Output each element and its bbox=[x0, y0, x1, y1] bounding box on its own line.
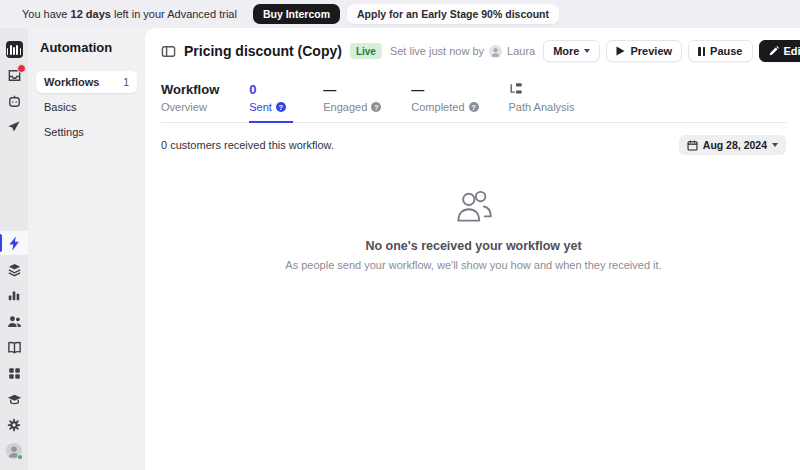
knowledge-book-icon[interactable] bbox=[0, 335, 28, 359]
sent-count: 0 bbox=[249, 82, 293, 98]
page-title: Pricing discount (Copy) bbox=[184, 43, 342, 59]
engaged-count: — bbox=[323, 82, 381, 98]
outbound-paper-plane-icon[interactable] bbox=[0, 115, 28, 139]
tab-engaged[interactable]: — Engaged ? bbox=[323, 82, 381, 123]
settings-gear-icon[interactable] bbox=[0, 413, 28, 437]
chevron-down-icon bbox=[584, 49, 590, 53]
academy-graduation-cap-icon[interactable] bbox=[0, 387, 28, 411]
path-analysis-icon bbox=[509, 82, 523, 96]
tab-path-analysis[interactable]: Path Analysis bbox=[509, 82, 575, 123]
play-icon bbox=[616, 46, 625, 56]
completed-help-icon[interactable]: ? bbox=[469, 102, 479, 112]
edit-button[interactable]: Edit bbox=[759, 40, 800, 62]
completed-count: — bbox=[411, 82, 478, 98]
calendar-icon bbox=[687, 140, 698, 151]
online-status-dot bbox=[17, 454, 23, 460]
author-avatar bbox=[489, 45, 502, 58]
user-avatar[interactable] bbox=[0, 439, 28, 463]
automation-sidebar: Automation Workflows 1 Basics Settings bbox=[28, 28, 145, 470]
pause-icon bbox=[698, 47, 705, 56]
workflows-lightning-icon[interactable] bbox=[0, 231, 28, 255]
date-picker-button[interactable]: Aug 28, 2024 bbox=[679, 135, 786, 155]
sidebar-item-basics[interactable]: Basics bbox=[36, 96, 137, 118]
icon-rail bbox=[0, 28, 28, 470]
inbox-icon[interactable] bbox=[0, 63, 28, 87]
engaged-help-icon[interactable]: ? bbox=[371, 102, 381, 112]
avatar-image bbox=[6, 443, 22, 459]
pause-button[interactable]: Pause bbox=[688, 40, 752, 62]
early-stage-discount-button[interactable]: Apply for an Early Stage 90% discount bbox=[347, 4, 559, 24]
workflows-count: 1 bbox=[123, 76, 129, 88]
preview-button[interactable]: Preview bbox=[606, 40, 682, 62]
sidebar-item-workflows[interactable]: Workflows 1 bbox=[36, 71, 137, 93]
inbox-notification-badge bbox=[17, 64, 26, 73]
fin-ai-agent-icon[interactable] bbox=[0, 89, 28, 113]
app-shell: Automation Workflows 1 Basics Settings P… bbox=[0, 28, 800, 470]
chevron-down-icon bbox=[772, 143, 778, 147]
collapse-sidebar-icon[interactable] bbox=[161, 42, 176, 60]
sidebar-item-label: Workflows bbox=[44, 76, 99, 88]
proactive-layers-icon[interactable] bbox=[0, 257, 28, 281]
tab-completed[interactable]: — Completed ? bbox=[411, 82, 478, 123]
people-outline-icon bbox=[453, 189, 495, 223]
empty-state-title: No one's received your workflow yet bbox=[161, 239, 786, 253]
pencil-icon bbox=[769, 46, 779, 56]
header-actions: More Preview Pause Edit bbox=[543, 40, 800, 62]
reports-bar-chart-icon[interactable] bbox=[0, 283, 28, 307]
author-name: Laura bbox=[507, 45, 535, 57]
intercom-logo bbox=[6, 41, 23, 58]
trial-banner: You have 12 days left in your Advanced t… bbox=[0, 0, 800, 28]
trial-banner-text: You have 12 days left in your Advanced t… bbox=[22, 8, 237, 20]
more-button[interactable]: More bbox=[543, 40, 600, 62]
customers-received-summary: 0 customers received this workflow. bbox=[161, 139, 334, 151]
tab-sent[interactable]: 0 Sent ? bbox=[249, 82, 293, 123]
apps-grid-icon[interactable] bbox=[0, 361, 28, 385]
empty-state: No one's received your workflow yet As p… bbox=[161, 189, 786, 271]
sidebar-item-settings[interactable]: Settings bbox=[36, 121, 137, 143]
tab-workflow-overview[interactable]: Workflow Overview bbox=[161, 82, 219, 123]
trial-days-remaining: 12 days bbox=[71, 8, 111, 20]
live-status-badge: Live bbox=[350, 43, 382, 59]
main-content: Pricing discount (Copy) Live Set live ju… bbox=[145, 28, 800, 470]
set-live-status: Set live just now by Laura bbox=[390, 45, 535, 58]
contacts-people-icon[interactable] bbox=[0, 309, 28, 333]
buy-intercom-button[interactable]: Buy Intercom bbox=[253, 4, 340, 24]
workflow-header: Pricing discount (Copy) Live Set live ju… bbox=[161, 36, 786, 66]
sidebar-title: Automation bbox=[40, 40, 137, 55]
sent-help-icon[interactable]: ? bbox=[276, 102, 286, 112]
empty-state-subtitle: As people send your workflow, we'll show… bbox=[161, 259, 786, 271]
intercom-logo-icon[interactable] bbox=[0, 37, 28, 61]
workflow-tabs: Workflow Overview 0 Sent ? — Engaged ? bbox=[161, 82, 786, 123]
sidebar-item-label: Settings bbox=[44, 126, 84, 138]
app-root: You have 12 days left in your Advanced t… bbox=[0, 0, 800, 470]
sidebar-item-label: Basics bbox=[44, 101, 76, 113]
stats-row: 0 customers received this workflow. Aug … bbox=[161, 135, 786, 155]
